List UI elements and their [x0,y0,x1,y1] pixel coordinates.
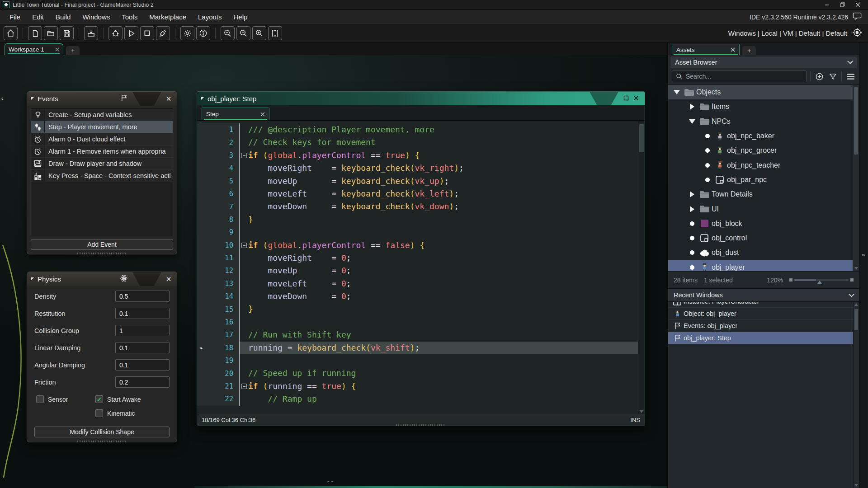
tree-chevron-slot[interactable] [687,119,697,124]
menu-marketplace[interactable]: Marketplace [143,10,192,24]
code-line-13[interactable]: 13 moveLeft = 0; [197,277,638,290]
code-editor[interactable]: 1/// @description Player movement, more2… [197,121,638,414]
code-text[interactable]: if (running == true) { [248,380,638,393]
maximize-button[interactable] [835,0,850,9]
event-item[interactable]: Key Press - Space - Context-sensitive ac… [31,170,173,182]
tree-chevron-slot[interactable] [703,148,712,153]
create-executable-button[interactable] [84,26,98,40]
zoom-in-button[interactable] [252,26,266,40]
code-line-18[interactable]: ▸18running = keyboard_check(vk_shift); [197,342,638,354]
fold-column[interactable] [240,213,248,226]
code-text[interactable]: } [248,213,638,226]
code-line-1[interactable]: 1/// @description Player movement, more [197,123,638,136]
code-line-9[interactable]: 9 [197,226,638,239]
fold-column[interactable] [240,264,248,277]
help-button[interactable] [196,26,210,40]
stop-button[interactable] [140,26,154,40]
checkbox-box[interactable]: ✓ [95,395,103,403]
fold-column[interactable] [240,393,248,405]
panel-resize-grip[interactable] [396,424,446,426]
code-window-titlebar[interactable]: obj_player: Step [197,92,645,105]
events-panel-titlebar[interactable]: Events ✕ [27,92,177,106]
fold-column[interactable] [240,303,248,315]
feedback-chat-icon[interactable] [853,12,862,22]
scroll-down-icon[interactable] [854,484,858,487]
tree-chevron-slot[interactable] [703,163,712,168]
code-line-14[interactable]: 14 moveDown = 0; [197,290,638,303]
close-icon[interactable] [55,47,59,52]
fold-column[interactable] [240,239,248,252]
scrollbar-thumb[interactable] [854,309,858,330]
zoom-slider-thumb[interactable] [817,281,822,284]
close-button[interactable] [850,0,865,9]
tree-chevron-slot[interactable] [687,206,697,212]
maximize-icon[interactable] [621,95,631,102]
code-line-20[interactable]: 20// Speed up if running [197,367,638,380]
code-line-11[interactable]: 11 moveRight = 0; [197,252,638,264]
code-text[interactable]: // Ramp up [248,393,638,405]
physics-field-input-collision-group[interactable] [115,325,170,336]
code-text[interactable]: moveRight = keyboard_check(vk_right); [248,162,638,174]
code-line-17[interactable]: 17// Run with Shift key [197,328,638,341]
open-project-button[interactable] [44,26,58,40]
code-text[interactable]: // Check keys for movement [248,136,638,149]
tab-assets[interactable]: Assets [672,44,740,55]
scroll-up-icon[interactable] [854,303,858,306]
fold-column[interactable] [240,252,248,264]
tree-item-npcs[interactable]: NPCs [668,114,859,129]
physics-field-input-density[interactable] [115,291,170,302]
expand-right-handle[interactable]: » [859,251,867,258]
close-icon[interactable]: ✕ [164,95,173,103]
code-line-7[interactable]: 7 moveDown = keyboard_check(vk_down); [197,200,638,213]
checkbox-box[interactable] [36,395,44,403]
code-text[interactable]: moveLeft = keyboard_check(vk_left); [248,188,638,200]
zoom-reset-button[interactable] [236,26,250,40]
scrollbar-thumb[interactable] [854,87,858,155]
code-text[interactable]: running = keyboard_check(vk_shift); [248,342,638,354]
tab-workspace-1[interactable]: Workspace 1 [5,43,63,55]
zoom-slider-max-icon[interactable] [850,278,854,282]
menu-hamburger-icon[interactable] [845,73,855,80]
modify-collision-shape-button[interactable]: Modify Collision Shape [34,427,170,437]
zoom-out-button[interactable] [221,26,235,40]
fold-column[interactable] [240,380,248,393]
menu-layouts[interactable]: Layouts [192,10,228,24]
code-line-8[interactable]: 8} [197,213,638,226]
menu-tools[interactable]: Tools [116,10,143,24]
tree-item-objects[interactable]: Objects [668,85,859,99]
tree-item-obj_block[interactable]: obj_block [668,216,859,231]
recent-vertical-scrollbar[interactable] [853,302,859,488]
fold-collapse-icon[interactable] [241,384,247,389]
fold-column[interactable] [240,290,248,303]
fold-column[interactable] [240,328,248,341]
fold-collapse-icon[interactable] [241,243,247,248]
code-text[interactable]: // Speed up if running [248,367,638,380]
fold-column[interactable] [240,123,248,136]
code-text[interactable]: moveUp = 0; [248,264,638,277]
chevron-collapsed-icon[interactable] [690,103,694,110]
chevron-expanded-icon[interactable] [689,119,695,124]
tree-zoom-slider[interactable] [789,278,854,282]
tree-item-obj_control[interactable]: obj_control [668,231,859,245]
menu-windows[interactable]: Windows [76,10,116,24]
tree-chevron-slot[interactable] [687,265,697,270]
code-text[interactable]: if (global.playerControl == true) { [248,149,638,162]
minimize-button[interactable] [819,0,835,9]
menu-build[interactable]: Build [50,10,76,24]
fold-column[interactable] [240,316,248,328]
tree-chevron-slot[interactable] [703,178,712,182]
collapse-triangle-icon[interactable] [31,97,34,100]
search-box[interactable] [672,70,807,82]
tree-chevron-slot[interactable] [687,221,697,226]
tree-item-ui[interactable]: UI [668,202,859,216]
fold-column[interactable] [240,367,248,380]
code-line-22[interactable]: 22 // Ramp up [197,393,638,405]
close-icon[interactable] [731,47,735,52]
settings-button[interactable] [180,26,194,40]
code-line-12[interactable]: 12 moveUp = 0; [197,264,638,277]
panel-resize-grip[interactable] [77,441,127,442]
add-event-button[interactable]: Add Event [31,239,173,250]
recent-item-instance-playercharacter[interactable]: Instance: PlayerCharacter [668,301,859,308]
fold-column[interactable] [240,175,248,188]
code-vertical-scrollbar[interactable] [638,121,645,414]
